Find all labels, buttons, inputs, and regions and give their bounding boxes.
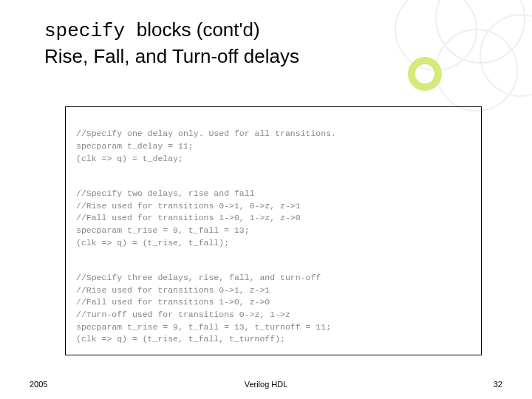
footer-center: Verilog HDL — [245, 380, 288, 389]
footer-year: 2005 — [30, 380, 47, 389]
code-line: //Specify one delay only. Used for all t… — [76, 129, 336, 138]
code-line: specparam t_delay = 11; — [76, 141, 194, 151]
title-line2: Rise, Fall, and Turn-off delays — [44, 45, 299, 67]
code-line: //Rise used for transitions 0->1, 0->z, … — [76, 201, 301, 211]
code-line: //Fall used for transitions 1->0, z->0 — [76, 297, 270, 307]
footer: 2005 Verilog HDL 32 — [0, 380, 532, 389]
code-block: //Specify one delay only. Used for all t… — [65, 106, 482, 355]
title-mono: specify — [44, 20, 137, 42]
code-line: specparam t_rise = 9, t_fall = 13, t_tur… — [76, 322, 331, 332]
code-line: //Specify two delays, rise and fall — [76, 188, 255, 198]
title-rest1: blocks (cont'd) — [137, 18, 260, 41]
code-line: //Rise used for transitions 0->1, z->1 — [76, 285, 270, 295]
code-line: specparam t_rise = 9, t_fall = 13; — [76, 225, 250, 235]
code-line: //Turn-off used for transitions 0->z, 1-… — [76, 310, 290, 319]
footer-page: 32 — [494, 380, 502, 389]
code-line: //Fall used for transitions 1->0, 1->z, … — [76, 213, 301, 222]
code-line: (clk => q) = (t_rise, t_fall); — [76, 238, 229, 248]
code-line: (clk => q) = t_delay; — [76, 154, 183, 163]
code-line: //Specify three delays, rise, fall, and … — [76, 273, 321, 282]
slide-title: specify blocks (cont'd) Rise, Fall, and … — [44, 18, 502, 69]
code-line: (clk => q) = (t_rise, t_fall, t_turnoff)… — [76, 334, 285, 344]
